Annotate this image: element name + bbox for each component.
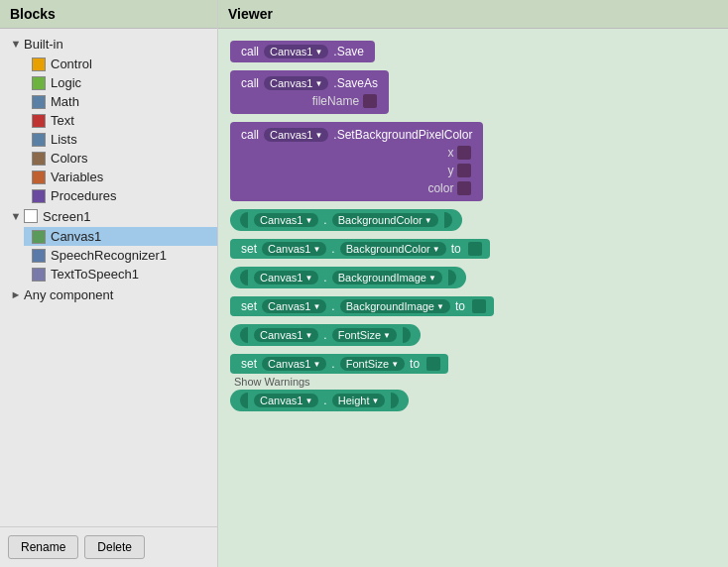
block-call-setbg-inner[interactable]: call Canvas1 ▼ .SetBackgroundPixelColor … xyxy=(230,122,483,201)
text-color-box xyxy=(32,114,46,128)
saveas-method-label: .SaveAs xyxy=(333,76,378,90)
control-label: Control xyxy=(51,57,92,71)
sidebar-content: ▼ Built-in Control Logic Math T xyxy=(0,29,217,526)
canvas1-dropdown-8[interactable]: Canvas1 ▼ xyxy=(254,328,318,342)
call-label-3: call xyxy=(241,128,259,142)
canvas1-dropdown-3[interactable]: Canvas1 ▼ xyxy=(264,128,328,142)
canvas1-dropdown-4[interactable]: Canvas1 ▼ xyxy=(254,213,318,227)
block-get-fontsize-inner[interactable]: Canvas1 ▼ . FontSize ▼ xyxy=(230,324,421,346)
canvas1-dropdown-1[interactable]: Canvas1 ▼ xyxy=(264,45,328,58)
canvas1-dropdown-10[interactable]: Canvas1 ▼ xyxy=(254,394,318,407)
builtin-tree-item[interactable]: ▼ Built-in xyxy=(0,33,217,55)
call-label-2: call xyxy=(241,76,259,90)
y-label: y xyxy=(447,164,453,177)
block-get-bgimage-inner[interactable]: Canvas1 ▼ . BackgroundImage ▼ xyxy=(230,267,466,288)
dropdown-arrow-13: ▼ xyxy=(383,331,391,340)
call-label-1: call xyxy=(241,45,259,58)
block-call-save-inner[interactable]: call Canvas1 ▼ .Save xyxy=(230,41,375,62)
fontsize-prop-dropdown-2[interactable]: FontSize ▼ xyxy=(340,357,405,371)
bgcolor-prop-dropdown-1[interactable]: BackgroundColor ▼ xyxy=(332,213,438,227)
dropdown-arrow-4: ▼ xyxy=(304,216,312,225)
block-set-bgcolor-inner[interactable]: set Canvas1 ▼ . BackgroundColor ▼ to xyxy=(230,239,490,259)
block-get-height-inner[interactable]: Canvas1 ▼ . Height ▼ xyxy=(230,390,409,411)
to-label-2: to xyxy=(455,299,465,313)
dot-1: . xyxy=(323,213,326,227)
sidebar-item-colors[interactable]: Colors xyxy=(24,149,217,168)
sidebar-item-canvas1[interactable]: Canvas1 xyxy=(24,227,217,246)
any-component-label: Any component xyxy=(24,287,113,302)
delete-button[interactable]: Delete xyxy=(84,535,145,559)
block-call-save: call Canvas1 ▼ .Save xyxy=(230,41,716,62)
get-bgcolor-notch-right xyxy=(444,212,452,228)
setbg-method-label: .SetBackgroundPixelColor xyxy=(333,128,472,142)
height-prop-dropdown[interactable]: Height ▼ xyxy=(332,394,386,407)
sidebar-item-procedures[interactable]: Procedures xyxy=(24,186,217,205)
bgimage-prop-dropdown-1[interactable]: BackgroundImage ▼ xyxy=(332,271,442,284)
sidebar-header: Blocks xyxy=(0,0,217,29)
speech-color-box xyxy=(32,249,46,263)
block-get-bgcolor-inner[interactable]: Canvas1 ▼ . BackgroundColor ▼ xyxy=(230,209,462,231)
builtin-toggle[interactable]: ▼ xyxy=(8,36,24,52)
sidebar-item-control[interactable]: Control xyxy=(24,55,217,73)
block-set-fontsize-inner[interactable]: set Canvas1 ▼ . FontSize ▼ to xyxy=(230,354,448,374)
get-height-notch-left xyxy=(240,393,248,408)
dot-6: . xyxy=(331,357,334,371)
get-bgimage-notch-left xyxy=(240,270,248,285)
block-set-bgcolor: set Canvas1 ▼ . BackgroundColor ▼ to xyxy=(230,239,716,259)
sidebar: Blocks ▼ Built-in Control Logic Math xyxy=(0,0,218,567)
screen1-tree-item[interactable]: ▼ Screen1 xyxy=(0,205,217,227)
dot-7: . xyxy=(323,394,326,407)
speech-label: SpeechRecognizer1 xyxy=(51,248,167,263)
canvas1-dropdown-6[interactable]: Canvas1 ▼ xyxy=(254,271,318,284)
dropdown-arrow-6: ▼ xyxy=(312,245,320,254)
dot-5: . xyxy=(323,328,326,342)
screen1-toggle[interactable]: ▼ xyxy=(8,208,24,224)
tts-color-box xyxy=(32,268,46,282)
bgcolor-prop-dropdown-2[interactable]: BackgroundColor ▼ xyxy=(340,242,446,256)
procedures-label: Procedures xyxy=(51,188,116,203)
setbg-color-row: color xyxy=(238,181,475,195)
sidebar-item-math[interactable]: Math xyxy=(24,92,217,111)
sidebar-item-lists[interactable]: Lists xyxy=(24,130,217,149)
builtin-label: Built-in xyxy=(24,37,63,52)
viewer-content[interactable]: call Canvas1 ▼ .Save call Canvas1 ▼ .Sav… xyxy=(218,29,728,567)
canvas1-dropdown-7[interactable]: Canvas1 ▼ xyxy=(262,299,326,313)
canvas1-dropdown-2[interactable]: Canvas1 ▼ xyxy=(264,76,328,90)
get-fontsize-notch-right xyxy=(403,327,411,343)
sidebar-item-speechrecognizer[interactable]: SpeechRecognizer1 xyxy=(24,246,217,265)
filename-label: fileName xyxy=(312,94,359,108)
any-component-item[interactable]: ► Any component xyxy=(0,284,217,305)
get-bgcolor-notch-left xyxy=(240,212,248,228)
dot-4: . xyxy=(331,299,334,313)
fontsize-prop-dropdown-1[interactable]: FontSize ▼ xyxy=(332,328,397,342)
dropdown-arrow-5: ▼ xyxy=(425,216,432,225)
sidebar-item-texttospeech[interactable]: TextToSpeech1 xyxy=(24,265,217,284)
any-component-toggle[interactable]: ► xyxy=(8,286,24,302)
show-warnings-label[interactable]: Show Warnings xyxy=(234,376,310,388)
set-bgcolor-connector xyxy=(468,242,482,256)
control-color-box xyxy=(32,57,46,71)
setbg-y-row: y xyxy=(238,164,475,177)
canvas1-dropdown-5[interactable]: Canvas1 ▼ xyxy=(262,242,326,256)
bgimage-prop-dropdown-2[interactable]: BackgroundImage ▼ xyxy=(340,299,450,313)
rename-button[interactable]: Rename xyxy=(8,535,78,559)
sidebar-item-text[interactable]: Text xyxy=(24,111,217,130)
setbg-row1: call Canvas1 ▼ .SetBackgroundPixelColor xyxy=(238,128,475,142)
lists-label: Lists xyxy=(51,132,77,147)
setbg-x-row: x xyxy=(238,146,475,160)
block-call-saveas-inner[interactable]: call Canvas1 ▼ .SaveAs fileName xyxy=(230,70,389,114)
sidebar-item-logic[interactable]: Logic xyxy=(24,73,217,92)
canvas1-dropdown-9[interactable]: Canvas1 ▼ xyxy=(262,357,326,371)
screen1-color-box xyxy=(24,209,38,223)
variables-color-box xyxy=(32,170,46,184)
variables-label: Variables xyxy=(51,170,103,184)
dropdown-arrow-10: ▼ xyxy=(312,302,320,311)
sidebar-footer: Rename Delete xyxy=(0,526,217,567)
dropdown-arrow-15: ▼ xyxy=(391,360,399,369)
viewer: Viewer call Canvas1 ▼ .Save call Canvas1… xyxy=(218,0,728,567)
block-get-bgimage: Canvas1 ▼ . BackgroundImage ▼ xyxy=(230,267,716,288)
get-fontsize-notch-left xyxy=(240,327,248,343)
block-set-bgimage-inner[interactable]: set Canvas1 ▼ . BackgroundImage ▼ to xyxy=(230,296,494,316)
block-get-bgcolor: Canvas1 ▼ . BackgroundColor ▼ xyxy=(230,209,716,231)
sidebar-item-variables[interactable]: Variables xyxy=(24,168,217,186)
